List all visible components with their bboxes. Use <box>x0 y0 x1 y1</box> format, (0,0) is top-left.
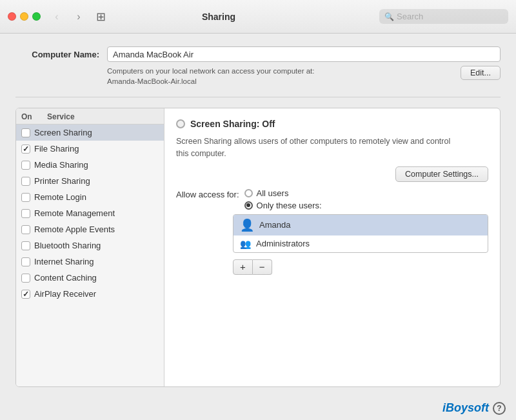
minimize-button[interactable] <box>20 12 28 21</box>
status-indicator <box>176 119 185 128</box>
computer-name-info: Computers on your local network can acce… <box>15 66 501 86</box>
services-items: Screen Sharing✓File SharingMedia Sharing… <box>16 125 164 302</box>
user-icon-amanda: 👤 <box>240 218 254 232</box>
services-header-service: Service <box>47 112 75 121</box>
service-label-bluetooth-sharing: Bluetooth Sharing <box>34 241 101 250</box>
service-checkbox-remote-login[interactable] <box>21 193 30 202</box>
computer-name-input[interactable] <box>107 46 501 62</box>
computer-name-label: Computer Name: <box>15 50 99 59</box>
service-item-printer-sharing[interactable]: Printer Sharing <box>16 173 164 189</box>
allow-access-section: Allow access for: All users Only these u… <box>176 188 488 275</box>
services-list: On Service Screen Sharing✓File SharingMe… <box>16 108 164 386</box>
footer: iBoysoft ? <box>0 397 516 420</box>
service-checkbox-printer-sharing[interactable] <box>21 177 30 186</box>
service-checkbox-file-sharing[interactable]: ✓ <box>21 145 30 154</box>
service-item-internet-sharing[interactable]: Internet Sharing <box>16 254 164 270</box>
help-button[interactable]: ? <box>493 402 506 415</box>
detail-description: Screen Sharing allows users of other com… <box>176 135 488 160</box>
service-label-content-caching: Content Caching <box>34 273 97 283</box>
service-checkbox-bluetooth-sharing[interactable] <box>21 241 30 250</box>
service-label-airplay-receiver: AirPlay Receiver <box>34 289 96 299</box>
computer-name-desc: Computers on your local network can acce… <box>107 66 453 86</box>
service-item-remote-apple-events[interactable]: Remote Apple Events <box>16 221 164 237</box>
main-content: Computer Name: Computers on your local n… <box>0 34 516 397</box>
user-icon-administrators: 👥 <box>240 239 251 249</box>
service-checkbox-screen-sharing[interactable] <box>21 128 30 137</box>
allow-access-row: Allow access for: All users Only these u… <box>176 188 488 210</box>
detail-panel: Screen Sharing: Off Screen Sharing allow… <box>164 108 500 386</box>
service-label-internet-sharing: Internet Sharing <box>34 257 94 266</box>
list-controls: + − <box>233 259 488 275</box>
service-checkbox-remote-apple-events[interactable] <box>21 225 30 234</box>
radio-only-these-users-btn[interactable] <box>244 201 253 210</box>
computer-settings-button[interactable]: Computer Settings... <box>395 166 488 182</box>
close-button[interactable] <box>8 12 16 21</box>
service-checkbox-content-caching[interactable] <box>21 274 30 283</box>
users-list-container: 👤 Amanda 👥 Administrators <box>233 214 488 253</box>
user-name-amanda: Amanda <box>259 220 290 230</box>
radio-all-users-label: All users <box>257 188 289 198</box>
titlebar: ‹ › ⊞ Sharing 🔍 <box>0 0 516 34</box>
search-icon: 🔍 <box>384 12 394 21</box>
computer-name-row: Computer Name: <box>15 46 501 62</box>
remove-user-button[interactable]: − <box>253 259 272 275</box>
edit-button[interactable]: Edit... <box>461 66 501 80</box>
service-item-airplay-receiver[interactable]: ✓AirPlay Receiver <box>16 286 164 302</box>
search-box: 🔍 <box>379 9 508 24</box>
detail-title-row: Screen Sharing: Off <box>176 119 488 129</box>
main-panel: On Service Screen Sharing✓File SharingMe… <box>15 108 501 387</box>
detail-title: Screen Sharing: Off <box>190 119 275 129</box>
service-label-remote-apple-events: Remote Apple Events <box>34 225 115 234</box>
add-user-button[interactable]: + <box>233 259 253 275</box>
radio-options: All users Only these users: <box>244 188 488 210</box>
service-checkbox-internet-sharing[interactable] <box>21 257 30 266</box>
service-item-remote-management[interactable]: Remote Management <box>16 205 164 221</box>
divider <box>15 97 501 97</box>
traffic-lights <box>8 12 41 21</box>
service-item-remote-login[interactable]: Remote Login <box>16 189 164 205</box>
radio-only-these-users[interactable]: Only these users: <box>244 201 488 210</box>
service-checkbox-media-sharing[interactable] <box>21 161 30 170</box>
service-item-screen-sharing[interactable]: Screen Sharing <box>16 125 164 141</box>
service-item-media-sharing[interactable]: Media Sharing <box>16 157 164 173</box>
service-checkbox-airplay-receiver[interactable]: ✓ <box>21 290 30 299</box>
user-item-amanda[interactable]: 👤 Amanda <box>233 215 488 235</box>
services-header: On Service <box>16 108 164 125</box>
service-label-printer-sharing: Printer Sharing <box>34 176 90 186</box>
search-input[interactable] <box>397 12 503 21</box>
service-label-remote-login: Remote Login <box>34 192 86 202</box>
service-label-file-sharing: File Sharing <box>34 144 79 154</box>
window-title: Sharing <box>63 12 374 22</box>
service-label-screen-sharing: Screen Sharing <box>34 128 92 137</box>
radio-all-users[interactable]: All users <box>244 188 488 198</box>
iboysoft-logo: iBoysoft <box>442 401 489 415</box>
maximize-button[interactable] <box>32 12 41 21</box>
service-label-remote-management: Remote Management <box>34 208 115 218</box>
user-item-administrators[interactable]: 👥 Administrators <box>233 235 488 252</box>
service-item-file-sharing[interactable]: ✓File Sharing <box>16 141 164 157</box>
service-item-bluetooth-sharing[interactable]: Bluetooth Sharing <box>16 237 164 254</box>
service-item-content-caching[interactable]: Content Caching <box>16 270 164 286</box>
service-checkbox-remote-management[interactable] <box>21 209 30 218</box>
services-header-on: On <box>21 112 47 121</box>
service-label-media-sharing: Media Sharing <box>34 160 88 170</box>
user-name-administrators: Administrators <box>256 239 310 248</box>
radio-all-users-btn[interactable] <box>244 189 253 197</box>
computer-name-section: Computer Name: Computers on your local n… <box>15 46 501 86</box>
allow-access-label: Allow access for: <box>176 188 239 199</box>
radio-only-these-users-label: Only these users: <box>257 201 322 210</box>
